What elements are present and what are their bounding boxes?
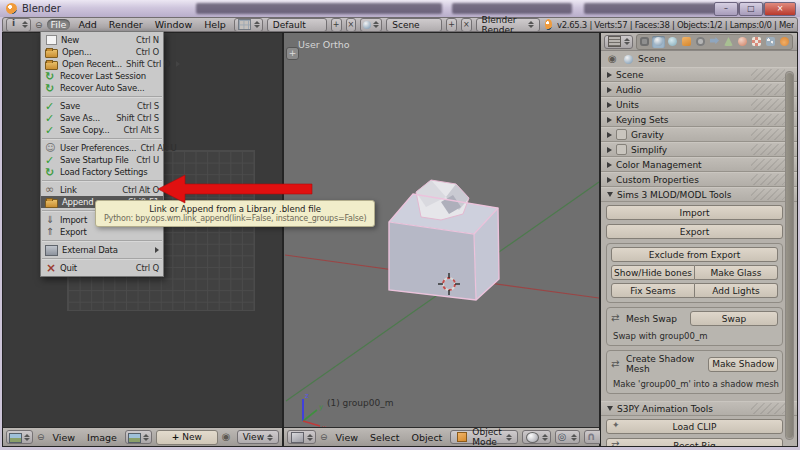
uv-view-mode-select[interactable]: View [237, 430, 279, 444]
constraints-tab[interactable] [694, 36, 707, 48]
add-scene-button[interactable]: + [446, 18, 457, 32]
panel-sims3-mlod-tools[interactable]: Sims 3 MLOD/MODL Tools [601, 187, 797, 202]
menu-item-save-as[interactable]: Save As...Shift Ctrl S [41, 112, 163, 124]
make-glass-button[interactable]: Make Glass [695, 265, 778, 280]
panel-keying-sets[interactable]: Keying Sets [601, 112, 797, 127]
menu-item-quit[interactable]: QuitCtrl Q [41, 262, 163, 274]
menu-item-open[interactable]: Open...Ctrl O [41, 46, 163, 58]
uv-menu-image[interactable]: Image [83, 432, 121, 443]
screen-layout-icon[interactable] [234, 18, 263, 32]
render-engine-select[interactable]: Blender Render [476, 18, 540, 32]
material-tab[interactable] [736, 36, 749, 48]
delete-scene-button[interactable]: × [461, 18, 472, 32]
menu-render[interactable]: Render [105, 19, 147, 30]
panel-audio[interactable]: Audio [601, 82, 797, 97]
add-layout-button[interactable]: + [331, 18, 342, 32]
minimize-button[interactable]: – [714, 2, 738, 16]
magnet-icon [587, 432, 598, 443]
render-tab[interactable] [638, 36, 651, 48]
texture-tab[interactable] [750, 36, 763, 48]
editor-type-button-props[interactable] [604, 35, 633, 49]
close-button[interactable]: × [764, 2, 796, 16]
add-lights-button[interactable]: Add Lights [695, 283, 778, 298]
gravity-checkbox[interactable] [616, 129, 627, 140]
load-clip-button[interactable]: Load CLIP [606, 419, 783, 434]
menu-add[interactable]: Add [74, 19, 100, 30]
fix-seams-button[interactable]: Fix Seams [611, 283, 695, 298]
menu-item-save[interactable]: SaveCtrl S [41, 100, 163, 112]
menu-help[interactable]: Help [200, 19, 230, 30]
export-button[interactable]: Export [606, 224, 783, 239]
mode-select[interactable]: Object Mode [450, 430, 517, 444]
collapse-menus-icon[interactable]: ⊖ [35, 20, 43, 30]
menu-item-open-recent[interactable]: Open Recent...Shift Ctrl O [41, 58, 163, 70]
panel-simplify[interactable]: Simplify [601, 142, 797, 157]
pin-icon[interactable] [222, 432, 233, 443]
menu-separator [42, 96, 162, 98]
world-tab[interactable] [666, 36, 679, 48]
menu-item-link[interactable]: LinkCtrl Alt O [41, 184, 163, 196]
simplify-checkbox[interactable] [616, 144, 627, 155]
open-folder-icon [45, 49, 58, 58]
scene-browse-button[interactable] [360, 18, 382, 32]
panel-color-management[interactable]: Color Management [601, 157, 797, 172]
show-hide-bones-button[interactable]: Show/Hide bones [611, 265, 695, 280]
panel-s3py-animation-tools[interactable]: S3PY Animation Tools [601, 401, 797, 416]
menu-item-new[interactable]: NewCtrl N [41, 34, 163, 46]
menu-item-recover-auto-save[interactable]: Recover Auto Save... [41, 82, 163, 94]
menu-item-save-copy[interactable]: Save Copy...Ctrl Alt S [41, 124, 163, 136]
viewport-shading-select[interactable] [522, 430, 551, 444]
view3d-editor-icon [291, 432, 304, 443]
properties-scrollbar[interactable] [785, 71, 794, 440]
modifiers-tab[interactable] [708, 36, 721, 48]
object-tab[interactable] [680, 36, 693, 48]
screen-layout-select[interactable]: Default [267, 18, 327, 32]
scene-statistics: v2.65.3 | Verts:57 | Faces:38 | Objects:… [557, 20, 794, 30]
exclude-from-export-button[interactable]: Exclude from Export [611, 247, 778, 262]
reset-rig-button[interactable]: Reset Rig [606, 438, 783, 447]
scene-select[interactable]: Scene [386, 18, 442, 32]
uv-menu-view[interactable]: View [49, 432, 80, 443]
menu-item-save-startup-file[interactable]: Save Startup FileCtrl U [41, 154, 163, 166]
make-shadow-button[interactable]: Make Shadow [708, 357, 778, 372]
editor-type-button-info[interactable] [6, 18, 31, 32]
pivot-select[interactable] [555, 430, 580, 444]
scene-tab[interactable] [652, 36, 665, 48]
menu-item-user-preferences[interactable]: User Preferences...Ctrl Alt U [41, 142, 163, 154]
svg-text:y: y [319, 403, 323, 411]
menu-file[interactable]: File [47, 19, 71, 30]
view3d-menu-view[interactable]: View [332, 432, 363, 443]
collapse-menus-icon[interactable]: ⊖ [320, 432, 328, 442]
maximize-button[interactable]: □ [739, 2, 763, 16]
panel-gravity[interactable]: Gravity [601, 127, 797, 142]
new-image-button[interactable]: + New [156, 430, 218, 445]
menu-item-external-data[interactable]: External Data [41, 244, 163, 256]
properties-tabs [636, 34, 793, 50]
create-shadow-label: Create Shadow Mesh [626, 354, 700, 374]
swap-button[interactable]: Swap [690, 311, 778, 326]
object-data-tab[interactable] [722, 36, 735, 48]
panel-scene[interactable]: Scene [601, 67, 797, 82]
menu-item-load-factory-settings[interactable]: Load Factory Settings [41, 166, 163, 178]
context-label: Scene [638, 54, 665, 64]
panel-custom-properties[interactable]: Custom Properties [601, 172, 797, 187]
image-browse-button[interactable] [125, 430, 152, 444]
pin-icon[interactable] [608, 54, 619, 65]
view3d-menu-object[interactable]: Object [407, 432, 446, 443]
panel-units[interactable]: Units [601, 97, 797, 112]
menu-item-recover-last-session[interactable]: Recover Last Session [41, 70, 163, 82]
menu-window[interactable]: Window [151, 19, 196, 30]
menu-item-export[interactable]: Export [41, 226, 163, 238]
view3d-menu-select[interactable]: Select [366, 432, 403, 443]
collapse-menus-icon[interactable]: ⊖ [37, 432, 45, 442]
physics-tab[interactable] [778, 36, 791, 48]
info-header: ⊖ File Add Render Window Help Default + … [2, 17, 798, 32]
menu-separator [42, 180, 162, 182]
particles-tab[interactable] [764, 36, 777, 48]
delete-layout-button[interactable]: × [346, 18, 357, 32]
editor-type-button-3d[interactable] [287, 430, 316, 444]
plus-icon: + [172, 432, 180, 442]
append-icon [45, 199, 58, 208]
import-button[interactable]: Import [606, 205, 783, 220]
editor-type-button-uv[interactable] [6, 430, 33, 444]
